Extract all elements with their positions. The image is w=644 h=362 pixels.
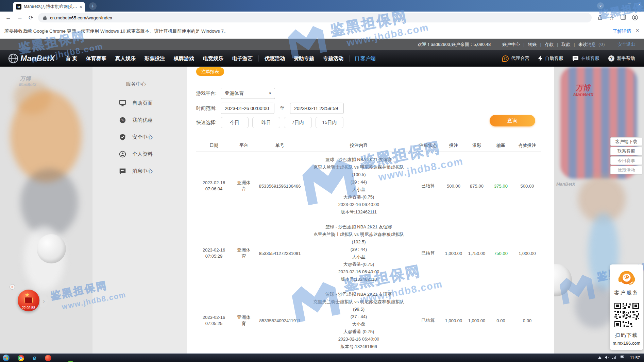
refresh-button[interactable]: ⟳ [29, 14, 33, 21]
client-download-pill[interactable]: 客户端下载 [610, 137, 642, 146]
tray-up-arrow-icon[interactable] [598, 356, 601, 359]
window-close-button[interactable]: × [638, 2, 641, 7]
side-panel-icon[interactable] [620, 15, 627, 21]
promotions-pill[interactable]: 优惠活动 [610, 166, 642, 174]
nav-client-app[interactable]: 客户端 [351, 55, 380, 62]
window-maximize-button[interactable] [628, 3, 631, 6]
discount-icon: % [119, 117, 126, 124]
manbetx-logo[interactable]: ManBetX [8, 53, 55, 64]
online-service-link[interactable]: 在线客服 [572, 55, 599, 62]
sidebar-title: 服务中心 [126, 81, 146, 87]
notice-close-icon[interactable]: × [636, 28, 639, 34]
cell-time: 07:05:29 [196, 253, 232, 259]
unread-messages-link[interactable]: 未读消息（0） [578, 41, 607, 48]
divider: | [574, 42, 575, 47]
col-bet-content: 投注内容 [304, 143, 414, 148]
quick-7days-button[interactable]: 7日内 [284, 117, 312, 128]
back-button[interactable]: ← [5, 14, 11, 21]
logo-text: ManBetX [20, 54, 55, 63]
sidebar-item-label: 个人资料 [132, 151, 153, 157]
browser-tab[interactable]: M ManBetX(万博体育)官网|英超狼… × [13, 2, 85, 12]
taskbar-chrome-icon[interactable] [18, 355, 24, 361]
start-button[interactable] [3, 355, 10, 361]
logout-link[interactable]: 安全退出 [617, 41, 635, 48]
share-icon[interactable] [597, 15, 604, 21]
volume-icon[interactable] [605, 356, 609, 359]
taskbar-clock[interactable]: 11:57 [630, 356, 640, 360]
tab-close-icon[interactable]: × [80, 4, 82, 9]
quick-15days-button[interactable]: 15日内 [316, 117, 343, 128]
cell-time: 07:06:04 [196, 186, 232, 192]
network-icon[interactable] [612, 356, 617, 359]
taskbar-ie-icon[interactable]: e [31, 355, 38, 361]
nav-promotions[interactable]: 优惠活动 [260, 55, 289, 62]
date-to-input[interactable]: 2023-03-11 23:59:59 [290, 103, 344, 114]
sidebar-item-security-center[interactable]: 安全中心 [119, 132, 153, 142]
agent-program-link[interactable]: 代代理合营 [502, 55, 529, 62]
window-minimize-button[interactable]: — [616, 2, 621, 7]
sidebar-item-profile[interactable]: 个人资料 [119, 149, 153, 159]
new-tab-button[interactable]: + [89, 2, 97, 10]
deposit-link[interactable]: 存款 [545, 41, 554, 48]
page-body: 万博 ManBetX 万博 ManBetX ManBetX 服务中心 自助页面 … [0, 67, 644, 354]
chrome-update-notice: 若要接收后续 Google Chrome 更新，您需使用 Windows 10 … [0, 24, 644, 39]
notice-text: 若要接收后续 Google Chrome 更新，您需使用 Windows 10 … [4, 28, 228, 34]
account-bar: 欢迎！asd62603,账户余额：5,080.48 账户中心 | 转账 | 存款… [0, 39, 644, 50]
withdraw-link[interactable]: 取款 [561, 41, 570, 48]
sidebar-item-message-center[interactable]: 消息中心 [119, 166, 153, 176]
shield-icon [119, 134, 126, 141]
cell-date: 2023-02-16 [196, 314, 232, 321]
quick-yesterday-button[interactable]: 昨日 [252, 117, 280, 128]
url-text: cn.mebetx65.com/wager/index [50, 15, 112, 20]
sidebar-item-my-promotions[interactable]: % 我的优惠 [119, 115, 153, 125]
cell-platform: 亚洲体育 [236, 314, 252, 327]
chat-bubble-icon [572, 56, 579, 62]
profile-avatar-icon[interactable] [631, 15, 638, 21]
taskbar-app-icon[interactable] [45, 355, 51, 361]
query-button[interactable]: 查询 [490, 115, 535, 126]
divider [614, 299, 639, 299]
platform-select[interactable]: 亚洲体育 ▾ [221, 88, 275, 99]
cell-bet: 1,000.00 [442, 318, 465, 323]
windows-taskbar: e 11:57 [0, 354, 644, 362]
tab-search-chevron-icon[interactable]: ∨ [597, 2, 604, 9]
system-tray[interactable] [598, 356, 624, 359]
quick-today-button[interactable]: 今日 [221, 117, 249, 128]
nav-lottery[interactable]: 彩票投注 [140, 55, 169, 62]
address-bar[interactable]: cn.mebetx65.com/wager/index [38, 13, 592, 22]
col-bet: 投注 [442, 143, 465, 148]
account-center-link[interactable]: 账户中心 [502, 41, 520, 48]
sidebar-item-label: 自助页面 [132, 100, 153, 106]
cell-winloss: 750.00 [489, 251, 513, 256]
nav-esports[interactable]: 电竞娱乐 [199, 55, 228, 62]
nav-board-games[interactable]: 棋牌游戏 [169, 55, 199, 62]
nav-live-casino[interactable]: 真人娱乐 [111, 55, 140, 62]
promo-close-icon[interactable]: × [10, 284, 15, 290]
nav-slots[interactable]: 电子游艺 [228, 55, 257, 62]
sidebar-item-self-service-page[interactable]: 自助页面 [119, 98, 153, 108]
cell-payout: 1,000.00 [465, 318, 489, 323]
right-photo-watermark-text: ManBetX [556, 182, 575, 187]
nav-sponsorship[interactable]: 赞助专题 [289, 55, 319, 62]
nav-home[interactable]: 首 页 [61, 55, 82, 62]
report-tab-badge[interactable]: 注单报表 [196, 67, 224, 76]
contact-service-pill[interactable]: 联系客服 [610, 147, 642, 155]
beginner-help-link[interactable]: ?新手帮助 [608, 55, 635, 62]
table-row: 2023-02-1607:06:04 亚洲体育 8533569159613646… [196, 152, 541, 219]
cell-platform: 亚洲体育 [236, 180, 252, 192]
learn-more-link[interactable]: 了解详情 [613, 28, 631, 34]
forward-button[interactable]: → [17, 14, 23, 21]
self-service-link[interactable]: 自助客服 [538, 55, 563, 62]
today-matches-pill[interactable]: 今日赛事 [610, 156, 642, 165]
transfer-link[interactable]: 转账 [528, 41, 537, 48]
action-center-flag-icon[interactable] [620, 356, 624, 359]
date-from-input[interactable]: 2023-01-26 00:00:00 [221, 103, 274, 114]
divider: | [523, 42, 524, 47]
nav-sports[interactable]: 体育赛事 [82, 55, 111, 62]
nav-special-topics[interactable]: 专题活动 [319, 55, 348, 62]
bookmark-star-icon[interactable]: ☆ [608, 15, 615, 21]
scan-download-text: 扫码下载 [610, 332, 643, 339]
customer-service-card[interactable]: 客户服务 扫码下载 m.mx196.com [610, 264, 643, 350]
red-packet-promo[interactable]: ★ 22:02:58 [18, 290, 39, 311]
cell-valid-bet: 1,000.00 [513, 251, 541, 256]
